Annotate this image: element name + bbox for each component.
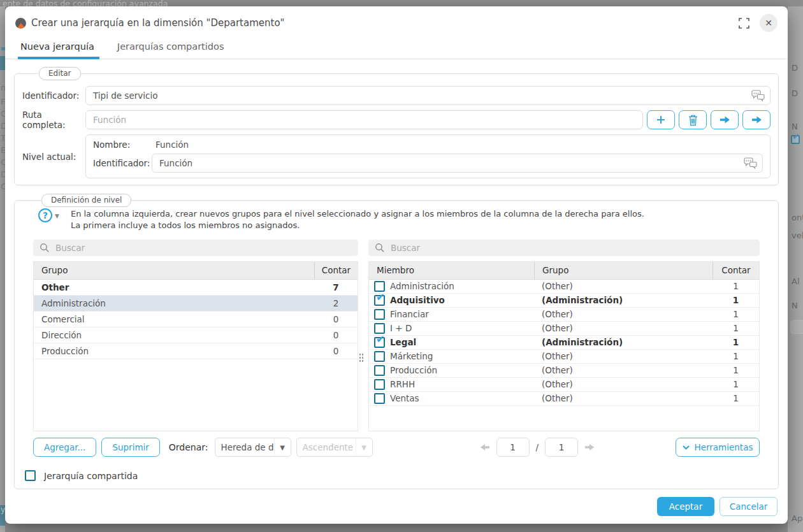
current-level-row: Nivel actual: Nombre: Función Identifica… bbox=[22, 134, 770, 178]
table-row[interactable]: Legal (Administración) 1 bbox=[369, 336, 759, 350]
sort-direction-select[interactable]: Ascendente ▼ bbox=[296, 438, 373, 457]
sort-label: Ordenar: bbox=[169, 442, 208, 452]
member-checkbox[interactable] bbox=[374, 295, 385, 306]
full-path-input[interactable] bbox=[85, 110, 643, 129]
dialog-title: Crear una jerarquía en la dimensión "Dep… bbox=[31, 17, 739, 29]
member-checkbox[interactable] bbox=[374, 337, 385, 348]
member-group: (Administración) bbox=[534, 337, 713, 347]
member-count: 1 bbox=[713, 309, 759, 319]
total-pages-input[interactable] bbox=[545, 438, 578, 457]
member-checkbox[interactable] bbox=[374, 309, 385, 320]
chevron-down-icon[interactable]: ▼ bbox=[55, 213, 59, 219]
translations-icon[interactable] bbox=[751, 90, 765, 101]
move-level-button[interactable] bbox=[711, 110, 739, 129]
add-group-button[interactable]: Agregar... bbox=[33, 438, 96, 457]
table-row[interactable]: Adquisitivo (Administración) 1 bbox=[369, 294, 759, 308]
member-name: I + D bbox=[390, 323, 412, 333]
table-row[interactable]: Ventas (Other) 1 bbox=[369, 392, 759, 406]
sort-direction-value: Ascendente bbox=[297, 442, 356, 452]
table-row[interactable]: Producción 0 bbox=[34, 343, 358, 359]
group-name: Administración bbox=[34, 298, 314, 308]
member-group: (Administración) bbox=[534, 295, 713, 305]
full-path-label: Ruta completa: bbox=[22, 110, 85, 130]
maximize-icon[interactable] bbox=[739, 18, 749, 29]
groups-panel: Grupo Contar Other 7 Administración 2 bbox=[33, 240, 358, 431]
member-checkbox[interactable] bbox=[374, 379, 385, 390]
column-header-contar[interactable]: Contar bbox=[314, 262, 358, 279]
member-count: 1 bbox=[713, 379, 759, 389]
groups-search-input[interactable] bbox=[55, 243, 352, 253]
background-text-fragment: N bbox=[792, 122, 798, 131]
column-header-miembro[interactable]: Miembro bbox=[369, 262, 534, 279]
level-definition-legend: Definición de nivel bbox=[41, 194, 131, 207]
next-page-icon[interactable] bbox=[584, 443, 595, 452]
identifier-input[interactable] bbox=[85, 86, 770, 105]
tools-button-label: Herramientas bbox=[695, 442, 753, 452]
table-row[interactable]: Other 7 bbox=[34, 280, 358, 296]
table-row[interactable]: Administración 2 bbox=[34, 296, 358, 312]
tab-nueva-jerarquia[interactable]: Nueva jerarquía bbox=[20, 36, 94, 59]
close-icon[interactable]: ✕ bbox=[760, 14, 778, 32]
member-name: Márketing bbox=[390, 351, 433, 361]
member-group: (Other) bbox=[534, 379, 713, 389]
full-path-row: Ruta completa: bbox=[22, 110, 770, 130]
column-header-grupo[interactable]: Grupo bbox=[534, 262, 713, 279]
cancel-button[interactable]: Cancelar bbox=[720, 497, 778, 516]
table-row[interactable]: RRHH (Other) 1 bbox=[369, 378, 759, 392]
member-group: (Other) bbox=[534, 309, 713, 319]
tools-button[interactable]: Herramientas bbox=[676, 438, 760, 457]
column-header-contar[interactable]: Contar bbox=[713, 262, 759, 279]
level-name-value: Función bbox=[152, 140, 189, 150]
background-highlight: y bbox=[0, 505, 5, 526]
delete-level-button[interactable] bbox=[679, 110, 707, 129]
background-text-fragment: D bbox=[792, 63, 798, 73]
help-icon[interactable]: ? bbox=[38, 208, 52, 222]
identifier-row: Identificador: bbox=[22, 86, 770, 105]
dialog-body: Editar Identificador: bbox=[5, 59, 788, 524]
member-checkbox[interactable] bbox=[374, 281, 385, 292]
group-name: Comercial bbox=[34, 314, 314, 324]
table-row[interactable]: Administración (Other) 1 bbox=[369, 280, 759, 294]
help-line-1: En la columna izquierda, crear nuevos gr… bbox=[71, 209, 644, 219]
previous-page-icon[interactable] bbox=[480, 443, 490, 452]
translations-icon[interactable] bbox=[744, 157, 757, 169]
member-group: (Other) bbox=[534, 323, 713, 333]
table-row[interactable]: Comercial 0 bbox=[34, 312, 358, 327]
level-identifier-input[interactable] bbox=[152, 154, 763, 173]
groups-search-box bbox=[33, 240, 358, 256]
member-checkbox[interactable] bbox=[374, 323, 385, 334]
delete-group-button[interactable]: Suprimir bbox=[101, 438, 159, 457]
member-count: 1 bbox=[713, 295, 759, 305]
member-group: (Other) bbox=[534, 281, 713, 291]
table-row[interactable]: I + D (Other) 1 bbox=[369, 322, 759, 336]
members-search-input[interactable] bbox=[391, 243, 753, 253]
table-row[interactable]: Dirección 0 bbox=[34, 327, 358, 343]
page-separator: / bbox=[536, 442, 539, 452]
current-page-input[interactable] bbox=[496, 438, 530, 457]
tab-jerarquias-compartidos[interactable]: Jerarquías compartidos bbox=[117, 36, 224, 59]
background-text-fragment: vel bbox=[792, 231, 803, 240]
pagination: / bbox=[480, 438, 595, 457]
left-edge-strip: y nFCDTECDC bbox=[0, 6, 5, 532]
table-row[interactable]: Márketing (Other) 1 bbox=[369, 350, 759, 364]
panel-splitter-handle[interactable] bbox=[359, 353, 363, 363]
group-count: 0 bbox=[314, 314, 358, 324]
member-group: (Other) bbox=[534, 351, 713, 361]
member-checkbox[interactable] bbox=[374, 351, 385, 362]
accept-button[interactable]: Aceptar bbox=[657, 497, 714, 516]
add-level-button[interactable] bbox=[647, 110, 675, 129]
search-icon bbox=[375, 243, 385, 253]
shared-hierarchy-checkbox[interactable] bbox=[25, 470, 36, 481]
table-row[interactable]: Producción (Other) 1 bbox=[369, 364, 759, 378]
member-checkbox[interactable] bbox=[374, 365, 385, 376]
move-level-end-button[interactable] bbox=[742, 110, 770, 129]
right-edge-strip: DDNontivelAlNAp bbox=[788, 6, 803, 532]
column-header-grupo[interactable]: Grupo bbox=[34, 262, 314, 279]
level-name-label: Nombre: bbox=[93, 140, 152, 150]
sort-field-select[interactable]: Hereda de di ▼ bbox=[215, 438, 291, 457]
shared-hierarchy-row: Jerarquía compartida bbox=[25, 470, 768, 481]
member-checkbox[interactable] bbox=[374, 393, 385, 404]
background-checkbox bbox=[791, 135, 800, 144]
table-row[interactable]: Financiar (Other) 1 bbox=[369, 308, 759, 322]
group-name: Producción bbox=[34, 346, 314, 356]
